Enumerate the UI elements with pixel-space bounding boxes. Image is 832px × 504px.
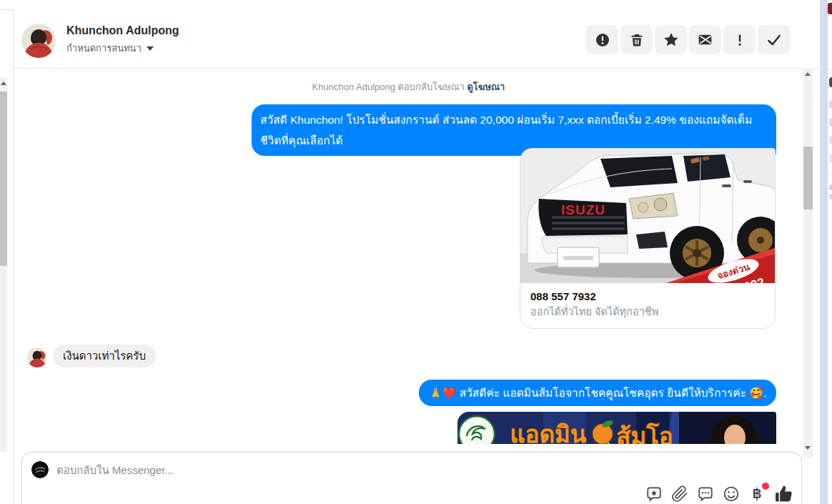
reply-input[interactable] bbox=[55, 460, 458, 480]
reply-composer[interactable]: B bbox=[21, 452, 802, 504]
delete-trash-icon bbox=[629, 32, 645, 48]
report-alert-circle-icon bbox=[595, 32, 610, 48]
outgoing-message-bubble: 🙏❤️ สวัสดีค่ะ แอดมินส้มโอจากโชคคูณโชคอุด… bbox=[419, 380, 776, 406]
left-scrollbar-thumb[interactable] bbox=[0, 92, 7, 266]
banner-word-2: ส้มโอ bbox=[616, 423, 673, 444]
avatar-person-red-shirt bbox=[27, 347, 47, 367]
partial-logo bbox=[828, 3, 832, 14]
mark-unread-envelope-icon bbox=[697, 31, 713, 48]
saved-replies-icon[interactable] bbox=[697, 485, 714, 503]
partial-item bbox=[829, 118, 832, 127]
report-button[interactable] bbox=[586, 25, 618, 54]
incoming-message-bubble: เงินดาวเท่าไรครับ bbox=[53, 345, 156, 367]
schedule-label: กำหนดการสนทนา bbox=[66, 41, 142, 56]
system-note-text: Khunchon Adulpong ตอบกลับโฆษณา bbox=[312, 81, 465, 92]
partial-icon bbox=[829, 194, 832, 199]
mark-done-button[interactable] bbox=[758, 25, 790, 54]
partial-item bbox=[829, 100, 832, 109]
partial-item bbox=[829, 136, 832, 144]
admin-banner-image[interactable]: แอดมิน ส้มโอ bbox=[457, 412, 776, 444]
composer-toolbar: B bbox=[645, 484, 794, 504]
conversation-thread: Khunchon Adulpong ตอบกลับโฆษณา ดูโฆษณา ส… bbox=[14, 69, 803, 452]
messenger-inbox-window: Khunchon Adulpong กำหนดการสนทนา bbox=[0, 0, 832, 504]
partial-divider bbox=[828, 174, 832, 174]
mark-done-check-icon bbox=[766, 31, 783, 49]
truck-photo: ISUZU bbox=[520, 149, 775, 283]
partial-divider bbox=[828, 69, 832, 70]
chevron-down-icon bbox=[147, 46, 154, 51]
system-note: Khunchon Adulpong ตอบกลับโฆษณา ดูโฆษณา bbox=[14, 79, 803, 94]
follow-up-star-icon bbox=[663, 31, 680, 49]
chat-scrollbar-track[interactable] bbox=[803, 68, 813, 458]
delete-button[interactable] bbox=[620, 25, 653, 54]
mark-unread-button[interactable] bbox=[689, 25, 721, 54]
notification-dot bbox=[762, 483, 769, 490]
left-scrollbar-up-arrow[interactable] bbox=[1, 81, 6, 85]
partial-item bbox=[829, 154, 832, 162]
mark-important-exclamation-icon bbox=[732, 32, 748, 48]
contact-avatar-small bbox=[27, 347, 47, 367]
like-thumb-icon[interactable] bbox=[774, 484, 794, 504]
payment-baht-icon[interactable]: B bbox=[748, 485, 766, 503]
contact-avatar bbox=[21, 24, 56, 58]
page-avatar bbox=[31, 461, 49, 478]
schedule-conversation-selector[interactable]: กำหนดการสนทนา bbox=[66, 41, 154, 56]
banner-word-1: แอดมิน bbox=[510, 421, 587, 444]
partial-icon bbox=[829, 77, 832, 87]
follow-up-button[interactable] bbox=[655, 25, 687, 54]
ad-attachment-card[interactable]: ISUZU bbox=[520, 148, 776, 329]
left-panel-divider bbox=[0, 9, 13, 10]
truck-brand-logo: ISUZU bbox=[561, 202, 605, 217]
card-subtitle: ออกได้ทั่วไทย จัดได้ทุกอาชีพ bbox=[530, 304, 765, 320]
chat-scrollbar-down-arrow[interactable] bbox=[805, 446, 811, 450]
adjacent-window-sliver bbox=[828, 0, 832, 504]
card-phone-number: 088 557 7932 bbox=[530, 290, 765, 304]
chat-scrollbar-up-arrow[interactable] bbox=[805, 72, 811, 76]
emoji-icon[interactable] bbox=[723, 485, 740, 503]
mark-important-button[interactable] bbox=[723, 25, 756, 54]
avatar-person-red-shirt bbox=[21, 24, 56, 58]
view-ad-link[interactable]: ดูโฆษณา bbox=[467, 81, 505, 92]
sticker-icon[interactable] bbox=[645, 485, 663, 503]
attachment-paperclip-icon[interactable] bbox=[671, 485, 688, 503]
chat-scrollbar-thumb[interactable] bbox=[803, 147, 813, 209]
contact-name: Khunchon Adulpong bbox=[66, 24, 179, 37]
partial-icon bbox=[829, 184, 832, 190]
card-body: 088 557 7932 ออกได้ทั่วไทย จัดได้ทุกอาชี… bbox=[520, 283, 775, 328]
